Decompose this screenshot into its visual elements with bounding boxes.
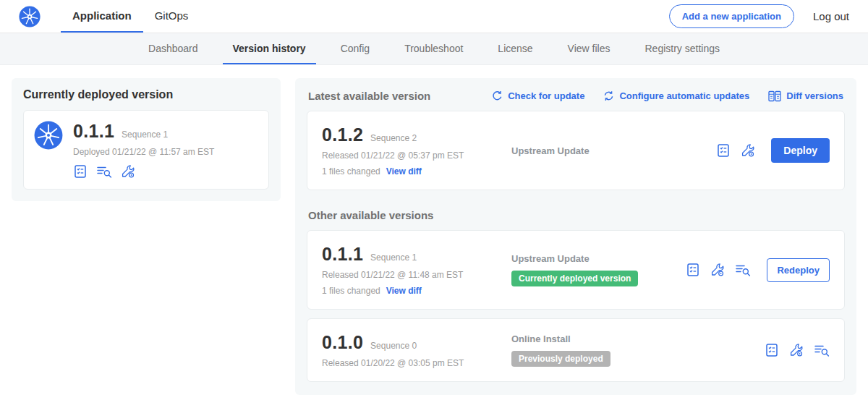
version-source: Upstream Update Currently deployed versi… <box>504 253 686 286</box>
currently-deployed-title: Currently deployed version <box>23 88 269 101</box>
deploy-button[interactable]: Deploy <box>771 138 830 163</box>
config-icon[interactable] <box>121 164 135 179</box>
version-info: 0.1.2 Sequence 2 Released 01/21/22 @ 05:… <box>322 124 504 177</box>
diff-versions-label: Diff versions <box>786 90 843 101</box>
version-row: 0.1.2 Sequence 2 Released 01/21/22 @ 05:… <box>307 111 845 190</box>
source-label: Upstream Update <box>511 145 716 156</box>
diff-versions-link[interactable]: Diff versions <box>768 90 843 102</box>
release-notes-icon[interactable] <box>686 263 700 277</box>
version-controls: Deploy <box>716 138 830 163</box>
subnav-item-troubleshoot[interactable]: Troubleshoot <box>394 33 473 64</box>
config-icon[interactable] <box>710 263 725 277</box>
deployed-sequence-label: Sequence 1 <box>122 129 168 140</box>
sequence-label: Sequence 0 <box>370 341 417 351</box>
diff-icon[interactable] <box>814 343 830 357</box>
version-row: 0.1.0 Sequence 0 Released 01/20/22 @ 03:… <box>307 318 845 382</box>
check-for-update-label: Check for update <box>508 90 584 101</box>
files-changed-label: 1 files changed <box>322 166 380 177</box>
version-row: 0.1.1 Sequence 1 Released 01/21/22 @ 11:… <box>307 230 845 310</box>
released-timestamp: Released 01/21/22 @ 05:37 pm EST <box>322 150 504 161</box>
deployed-version-card: 0.1.1 Sequence 1 Deployed 01/21/22 @ 11:… <box>23 110 269 190</box>
released-timestamp: Released 01/20/22 @ 03:05 pm EST <box>322 358 504 368</box>
release-notes-icon[interactable] <box>73 164 88 179</box>
view-diff-link[interactable]: View diff <box>386 166 422 177</box>
currently-deployed-panel: Currently deployed version 0.1.1 Sequenc… <box>12 78 281 201</box>
sequence-label: Sequence 2 <box>370 133 417 143</box>
view-diff-link[interactable]: View diff <box>386 286 422 296</box>
diff-icon[interactable] <box>96 164 112 179</box>
subnav-item-license[interactable]: License <box>488 33 542 64</box>
subnav-item-config[interactable]: Config <box>331 33 380 64</box>
subnav-item-registry-settings[interactable]: Registry settings <box>635 33 730 64</box>
released-timestamp: Released 01/21/22 @ 11:48 am EST <box>322 270 504 280</box>
version-label: 0.1.2 <box>322 124 363 145</box>
version-source: Upstream Update <box>504 145 716 156</box>
latest-available-title: Latest available version <box>308 90 430 102</box>
auto-update-icon <box>603 90 614 101</box>
version-info: 0.1.1 Sequence 1 Released 01/21/22 @ 11:… <box>322 244 504 296</box>
diff-icon[interactable] <box>735 263 751 277</box>
logout-button[interactable]: Log out <box>813 10 849 22</box>
refresh-icon <box>492 90 503 101</box>
available-versions-panel: Latest available version Check for updat… <box>295 78 856 395</box>
kubernetes-logo-icon <box>19 0 41 33</box>
add-application-button[interactable]: Add a new application <box>669 4 794 28</box>
version-label: 0.1.0 <box>322 332 363 353</box>
topbar-right: Add a new application Log out <box>669 0 849 33</box>
source-label: Upstream Update <box>511 253 686 264</box>
app-subnav: Dashboard Version history Config Trouble… <box>0 33 868 65</box>
subnav-item-version-history[interactable]: Version history <box>223 33 316 64</box>
source-label: Online Install <box>511 333 765 344</box>
deployed-version-info: 0.1.1 Sequence 1 Deployed 01/21/22 @ 11:… <box>73 121 214 179</box>
version-actions: Check for update Configure automatic upd… <box>492 90 843 102</box>
deployed-version-label: 0.1.1 <box>73 121 114 142</box>
configure-automatic-updates-link[interactable]: Configure automatic updates <box>603 90 749 102</box>
previously-deployed-badge: Previously deployed <box>511 351 610 367</box>
config-icon[interactable] <box>741 143 755 158</box>
deployed-timestamp: Deployed 01/21/22 @ 11:57 am EST <box>73 147 214 157</box>
tab-application[interactable]: Application <box>61 0 143 33</box>
redeploy-button[interactable]: Redeploy <box>767 258 830 282</box>
release-notes-icon[interactable] <box>765 343 779 357</box>
version-controls <box>765 343 830 357</box>
kubernetes-app-icon <box>34 121 63 179</box>
subnav-item-dashboard[interactable]: Dashboard <box>138 33 208 64</box>
tab-gitops[interactable]: GitOps <box>143 0 200 33</box>
sequence-label: Sequence 1 <box>370 252 417 263</box>
files-changed-label: 1 files changed <box>322 286 380 296</box>
version-controls: Redeploy <box>686 258 830 282</box>
app-tabs: Application GitOps <box>61 0 200 33</box>
configure-updates-label: Configure automatic updates <box>619 90 749 101</box>
check-for-update-link[interactable]: Check for update <box>492 90 584 102</box>
version-source: Online Install Previously deployed <box>504 333 765 367</box>
diff-versions-icon <box>768 90 781 102</box>
currently-deployed-badge: Currently deployed version <box>511 271 638 286</box>
other-available-title: Other available versions <box>307 209 845 221</box>
config-icon[interactable] <box>789 343 804 357</box>
release-notes-icon[interactable] <box>716 143 731 158</box>
version-info: 0.1.0 Sequence 0 Released 01/20/22 @ 03:… <box>322 332 504 368</box>
subnav-item-view-files[interactable]: View files <box>558 33 621 64</box>
top-header: Application GitOps Add a new application… <box>0 0 868 33</box>
version-label: 0.1.1 <box>322 244 363 265</box>
main-content: Currently deployed version 0.1.1 Sequenc… <box>0 65 868 408</box>
